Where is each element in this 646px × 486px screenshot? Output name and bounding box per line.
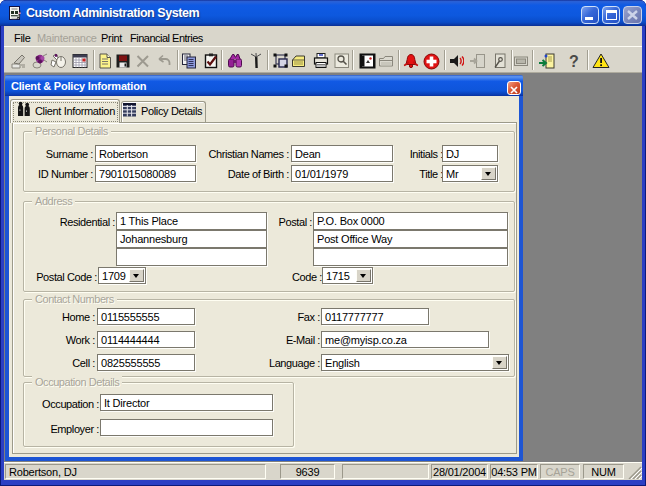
svg-text:?: ? xyxy=(569,53,579,69)
